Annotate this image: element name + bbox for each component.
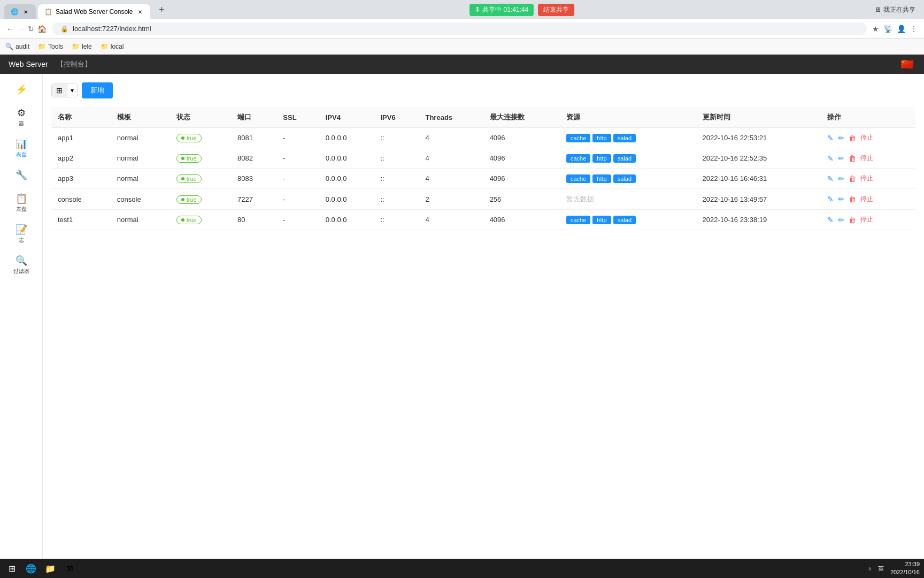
- bookmark-local[interactable]: 📁 local: [101, 43, 124, 50]
- delete-icon[interactable]: 🗑: [849, 195, 856, 203]
- cell-resources-4: cachehttpsalad: [560, 210, 696, 230]
- edit-icon[interactable]: ✎: [827, 134, 834, 142]
- pencil-icon[interactable]: ✏: [838, 154, 844, 163]
- tab-close-inactive[interactable]: ✕: [22, 8, 29, 16]
- status-badge: true: [176, 134, 202, 142]
- cell-max-connections-4: 4096: [483, 210, 560, 230]
- cell-ssl-3: -: [276, 189, 319, 210]
- cell-port-2: 8083: [231, 169, 276, 189]
- resource-tag-cache[interactable]: cache: [566, 154, 590, 163]
- reload-icon[interactable]: ↻: [28, 25, 34, 33]
- taskbar-mail-icon[interactable]: ✉: [62, 561, 77, 576]
- sidebar-item-6[interactable]: 📝 志: [0, 218, 42, 249]
- start-button[interactable]: ⊞: [4, 561, 19, 576]
- delete-icon[interactable]: 🗑: [849, 134, 856, 142]
- stop-button[interactable]: 停止: [860, 133, 873, 142]
- col-ssl: SSL: [276, 107, 319, 128]
- cell-template-4: normal: [111, 210, 170, 230]
- sidebar-icon-7: 🔍: [16, 255, 27, 267]
- cell-updated-1: 2022-10-16 22:52:35: [696, 148, 821, 169]
- cell-resources-3: 暂无数据: [560, 189, 696, 210]
- bookmark-tools[interactable]: 📁 Tools: [38, 43, 63, 50]
- taskbar-browser-icon[interactable]: 🌐: [24, 561, 38, 576]
- profile-icon[interactable]: 👤: [897, 25, 906, 33]
- cell-name-4: test1: [51, 210, 111, 230]
- add-button[interactable]: 新增: [82, 82, 113, 98]
- table-row: app3normaltrue8083-0.0.0.0::44096cacheht…: [51, 169, 915, 189]
- content-area: ⚡ ⚙ 器 📊 表盘 🔧 📋 表盘: [0, 74, 924, 559]
- share-timer-label: 共享中 01:41:44: [482, 5, 528, 14]
- sidebar-item-7[interactable]: 🔍 过滤器: [0, 249, 42, 280]
- toolbar: ⊞ ▾ 新增: [51, 82, 915, 98]
- stop-button[interactable]: 停止: [860, 195, 873, 204]
- stop-button[interactable]: 停止: [860, 154, 873, 163]
- col-ipv6: IPV6: [374, 107, 419, 128]
- stop-button[interactable]: 停止: [860, 174, 873, 183]
- tools-folder-icon: 📁: [38, 43, 46, 50]
- taskbar-folder-icon[interactable]: 📁: [43, 561, 58, 576]
- forward-icon[interactable]: →: [17, 25, 25, 33]
- delete-icon[interactable]: 🗑: [849, 216, 856, 224]
- address-field[interactable]: 🔒 localhost:7227/index.html: [52, 22, 867, 35]
- resource-tag-cache[interactable]: cache: [566, 134, 590, 142]
- stop-button[interactable]: 停止: [860, 215, 873, 224]
- taskbar-left: ⊞ 🌐 📁 ✉: [4, 561, 77, 576]
- cell-template-2: normal: [111, 169, 170, 189]
- resource-tag-salad[interactable]: salad: [613, 174, 636, 183]
- resource-tag-salad[interactable]: salad: [613, 216, 636, 224]
- page-container: Web Server 【控制台】 🇨🇳 ⚡ ⚙ 器 📊: [0, 55, 924, 559]
- tab-close-active[interactable]: ✕: [136, 8, 144, 16]
- tab-active[interactable]: 📋 Salad Web Server Console ✕: [38, 4, 150, 19]
- resource-tag-cache[interactable]: cache: [566, 174, 590, 183]
- tab-inactive[interactable]: 🌐 ✕: [4, 4, 36, 19]
- resource-tag-http[interactable]: http: [592, 174, 611, 183]
- bookmark-star-icon[interactable]: ★: [872, 25, 879, 33]
- sidebar-label-7: 过滤器: [13, 268, 29, 275]
- view-dropdown-button[interactable]: ▾: [67, 85, 77, 96]
- edit-icon[interactable]: ✎: [827, 216, 834, 224]
- resource-tag-cache[interactable]: cache: [566, 216, 590, 224]
- tab-active-favicon: 📋: [44, 8, 52, 16]
- sidebar: ⚡ ⚙ 器 📊 表盘 🔧 📋 表盘: [0, 74, 43, 559]
- edit-icon[interactable]: ✎: [827, 195, 834, 203]
- home-icon[interactable]: 🏠: [37, 25, 47, 33]
- bookmark-audit[interactable]: 🔍 audit: [5, 43, 29, 50]
- sidebar-label-2: 器: [19, 120, 24, 127]
- sidebar-item-5[interactable]: 📋 表盘: [0, 187, 42, 218]
- sidebar-item-3[interactable]: 📊 表盘: [0, 133, 42, 164]
- pencil-icon[interactable]: ✏: [838, 195, 844, 203]
- back-icon[interactable]: ←: [6, 25, 14, 33]
- cell-port-0: 8081: [231, 128, 276, 148]
- sidebar-item-1[interactable]: ⚡: [0, 78, 42, 102]
- resource-tag-salad[interactable]: salad: [613, 154, 636, 163]
- delete-icon[interactable]: 🗑: [849, 174, 856, 183]
- resource-tag-http[interactable]: http: [592, 154, 611, 163]
- cell-updated-2: 2022-10-16 16:46:31: [696, 169, 821, 189]
- bookmark-lele[interactable]: 📁 lele: [72, 43, 92, 50]
- browser-actions: ★ 📡 👤 ⋮: [872, 25, 918, 33]
- edit-icon[interactable]: ✎: [827, 154, 834, 163]
- cell-ipv4-4: 0.0.0.0: [319, 210, 374, 230]
- cell-status-0: true: [170, 128, 231, 148]
- edit-icon[interactable]: ✎: [827, 174, 834, 183]
- grid-view-button[interactable]: ⊞: [52, 84, 67, 97]
- sidebar-item-2[interactable]: ⚙ 器: [0, 102, 42, 133]
- table-row: test1normaltrue80-0.0.0.0::44096cachehtt…: [51, 210, 915, 230]
- new-tab-button[interactable]: +: [155, 2, 170, 17]
- resource-tag-salad[interactable]: salad: [613, 134, 636, 142]
- share-timer: ⬇ 共享中 01:41:44: [469, 4, 534, 16]
- taskbar-right: ∧ 英 23:39 2022/10/16: [868, 560, 920, 577]
- pencil-icon[interactable]: ✏: [838, 174, 844, 183]
- resource-tag-http[interactable]: http: [592, 216, 611, 224]
- delete-icon[interactable]: 🗑: [849, 154, 856, 163]
- taskbar-time: 23:39 2022/10/16: [890, 560, 920, 577]
- col-updated: 更新时间: [696, 107, 821, 128]
- menu-icon[interactable]: ⋮: [910, 25, 918, 33]
- end-share-button[interactable]: 结束共享: [538, 4, 574, 16]
- cell-status-2: true: [170, 169, 231, 189]
- cast-icon[interactable]: 📡: [883, 25, 892, 33]
- pencil-icon[interactable]: ✏: [838, 216, 844, 224]
- pencil-icon[interactable]: ✏: [838, 134, 844, 142]
- resource-tag-http[interactable]: http: [592, 134, 611, 142]
- sidebar-item-4[interactable]: 🔧: [0, 164, 42, 187]
